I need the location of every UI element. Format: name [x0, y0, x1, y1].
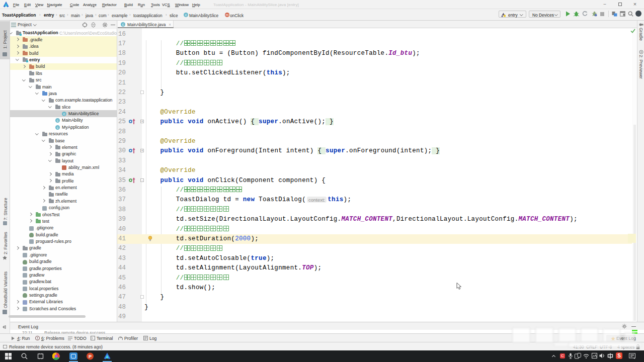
svg-text:P: P: [89, 354, 92, 359]
